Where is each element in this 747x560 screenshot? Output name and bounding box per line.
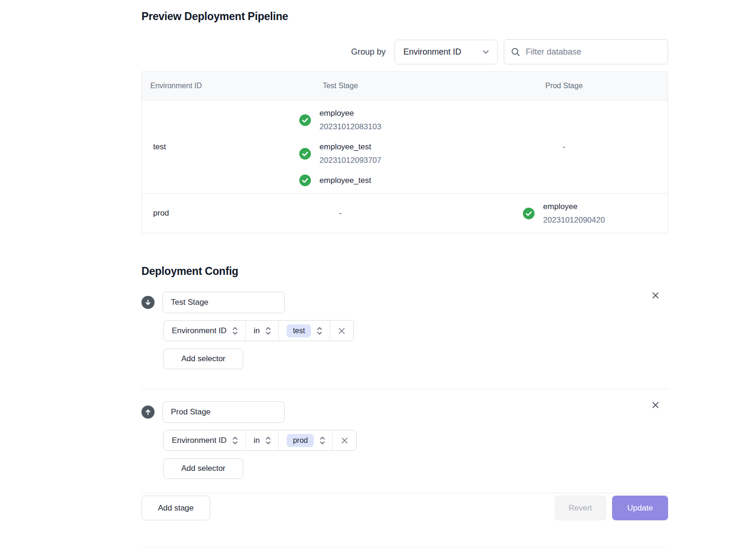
close-icon bbox=[651, 294, 660, 301]
page-title: Preview Deployment Pipeline bbox=[141, 10, 668, 23]
check-circle-icon bbox=[523, 208, 535, 219]
selector-key-select[interactable]: Environment ID bbox=[164, 321, 245, 341]
database-name: employee bbox=[319, 106, 381, 120]
stage-config-prod: Environment ID in prod bbox=[141, 401, 668, 479]
column-header-prod-stage: Prod Stage bbox=[459, 82, 669, 90]
footer-divider bbox=[141, 493, 668, 493]
selector-row: Environment ID in prod bbox=[163, 430, 357, 451]
stage-header bbox=[141, 292, 668, 313]
close-icon bbox=[651, 404, 660, 411]
database-filter bbox=[504, 39, 668, 64]
search-icon bbox=[511, 47, 521, 57]
database-list: employee 20231012083103 employee_test 20… bbox=[299, 100, 381, 193]
selector-row: Environment ID in test bbox=[163, 320, 354, 341]
revert-button[interactable]: Revert bbox=[555, 496, 606, 520]
stage-config-test: Environment ID in test bbox=[141, 292, 668, 369]
remove-selector-button[interactable] bbox=[330, 321, 353, 341]
table-header-row: Environment ID Test Stage Prod Stage bbox=[142, 72, 668, 100]
preview-deployment-pipeline-panel: Preview Deployment Pipeline Group by Env… bbox=[141, 0, 668, 547]
prod-stage-cell: employee 20231012090420 bbox=[459, 194, 669, 233]
update-button[interactable]: Update bbox=[612, 496, 668, 520]
database-version: 20231012090420 bbox=[543, 213, 605, 227]
database-name: employee bbox=[543, 200, 605, 213]
remove-stage-button[interactable] bbox=[649, 399, 662, 411]
add-selector-button[interactable]: Add selector bbox=[163, 458, 243, 479]
close-icon bbox=[340, 436, 349, 445]
stage-name-input[interactable] bbox=[162, 292, 285, 313]
toolbar: Group by Environment ID bbox=[141, 39, 668, 64]
pipeline-preview-table: Environment ID Test Stage Prod Stage tes… bbox=[141, 71, 668, 233]
stage-divider bbox=[141, 389, 668, 389]
remove-stage-button[interactable] bbox=[649, 289, 662, 301]
remove-selector-button[interactable] bbox=[332, 430, 356, 450]
prod-stage-empty: - bbox=[459, 142, 669, 152]
database-item: employee_test bbox=[299, 174, 381, 187]
check-circle-icon bbox=[299, 175, 311, 186]
test-stage-cell: employee 20231012083103 employee_test 20… bbox=[221, 100, 459, 193]
sort-chevrons-icon bbox=[316, 325, 323, 336]
selector-value-tag: prod bbox=[287, 434, 314, 447]
database-version: 20231012093707 bbox=[319, 154, 381, 167]
selector-values-select[interactable]: test bbox=[278, 321, 330, 341]
close-icon bbox=[338, 327, 346, 335]
selector-operator-select[interactable]: in bbox=[245, 430, 278, 450]
environment-name: prod bbox=[142, 209, 221, 218]
selector-operator-select[interactable]: in bbox=[245, 321, 278, 341]
sort-chevrons-icon bbox=[319, 435, 326, 446]
database-version: 20231012083103 bbox=[319, 120, 381, 133]
check-circle-icon bbox=[299, 114, 311, 126]
database-item: employee 20231012083103 bbox=[299, 106, 381, 133]
selector-value-tag: test bbox=[287, 324, 311, 337]
column-header-environment: Environment ID bbox=[142, 82, 221, 90]
database-name: employee_test bbox=[319, 140, 381, 154]
table-row-test: test employee 20231012083103 bbox=[142, 100, 668, 193]
database-name: employee_test bbox=[319, 174, 371, 187]
group-by-select[interactable]: Environment ID bbox=[395, 40, 498, 64]
group-by-value: Environment ID bbox=[403, 47, 461, 57]
selector-values-select[interactable]: prod bbox=[278, 430, 332, 450]
check-circle-icon bbox=[299, 148, 311, 160]
add-stage-button[interactable]: Add stage bbox=[141, 496, 210, 520]
test-stage-empty: - bbox=[221, 209, 459, 218]
stage-name-input[interactable] bbox=[162, 401, 285, 423]
sort-chevrons-icon bbox=[265, 325, 272, 336]
group-by-label: Group by bbox=[351, 47, 386, 57]
database-filter-input[interactable] bbox=[526, 47, 661, 57]
stage-header bbox=[141, 401, 668, 423]
deployment-config-title: Deployment Config bbox=[141, 265, 668, 278]
selector-key-select[interactable]: Environment ID bbox=[164, 430, 245, 450]
database-list: employee 20231012090420 bbox=[523, 194, 605, 233]
table-row-prod: prod - employee 20231012090420 bbox=[142, 193, 668, 233]
column-header-test-stage: Test Stage bbox=[221, 82, 459, 90]
chevron-down-icon bbox=[482, 48, 490, 56]
sort-chevrons-icon bbox=[265, 435, 272, 446]
add-selector-button[interactable]: Add selector bbox=[163, 349, 243, 369]
arrow-down-circle-icon bbox=[141, 296, 155, 309]
sort-chevrons-icon bbox=[232, 325, 239, 336]
database-item: employee 20231012090420 bbox=[523, 200, 605, 227]
environment-name: test bbox=[142, 142, 221, 152]
bottom-divider bbox=[141, 547, 668, 547]
sort-chevrons-icon bbox=[232, 435, 239, 446]
arrow-up-circle-icon bbox=[141, 406, 155, 419]
database-item: employee_test 20231012093707 bbox=[299, 140, 381, 167]
footer-actions: Add stage Revert Update bbox=[141, 496, 668, 520]
